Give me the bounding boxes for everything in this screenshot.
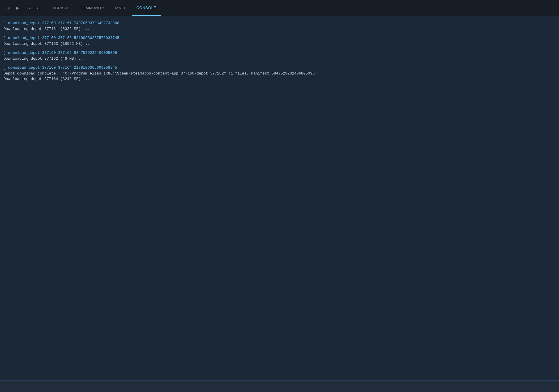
console-command-1: ] download_depot 377160 377163 581908802… — [3, 35, 556, 41]
console-input-bar — [0, 380, 559, 392]
console-output-1-0: Downloading depot 377163 (18022 MB) ... — [3, 41, 556, 47]
console-output-3-1: Downloading depot 377164 (3243 MB) ... — [3, 76, 556, 82]
console-output-2-0: Downloading depot 377162 (48 MB) ... — [3, 56, 556, 62]
nav-item-community[interactable]: COMMUNITY — [75, 0, 109, 16]
console-block-0: ] download_depot 377160 377161 749706937… — [3, 20, 556, 32]
forward-arrow[interactable]: ▶ — [14, 3, 22, 13]
console-output-0-0: Downloading depot 377161 (5332 MB) ... — [3, 26, 556, 32]
nav-item-matt[interactable]: MATT — [110, 0, 130, 16]
console-block-1: ] download_depot 377160 377163 581908802… — [3, 35, 556, 47]
console-input[interactable] — [3, 384, 556, 389]
nav-item-library[interactable]: LIBRARY — [47, 0, 74, 16]
console-command-0: ] download_depot 377160 377161 749706937… — [3, 20, 556, 26]
console-block-3: ] download_depot 377160 377164 217810636… — [3, 65, 556, 82]
console-block-2: ] download_depot 377160 377162 584752923… — [3, 50, 556, 61]
console-command-3: ] download_depot 377160 377164 217810636… — [3, 65, 556, 71]
navbar: ◀ ▶ STORELIBRARYCOMMUNITYMATTCONSOLE — [0, 0, 559, 16]
console-output-3-0: Depot download complete : "C:\Program Fi… — [3, 71, 556, 77]
nav-item-store[interactable]: STORE — [23, 0, 46, 16]
back-arrow[interactable]: ◀ — [5, 3, 13, 13]
nav-item-console[interactable]: CONSOLE — [132, 0, 161, 16]
console-output-area: ] download_depot 377160 377161 749706937… — [0, 16, 559, 380]
console-command-2: ] download_depot 377160 377162 584752923… — [3, 50, 556, 56]
